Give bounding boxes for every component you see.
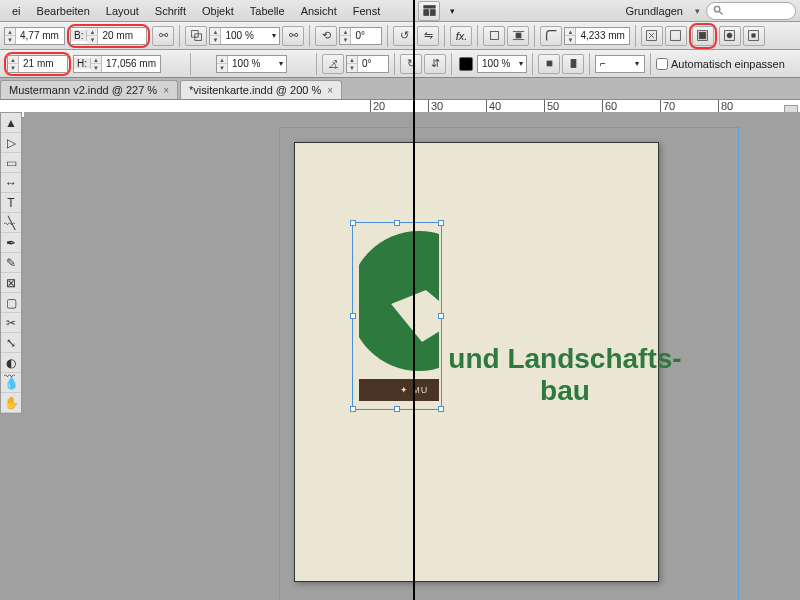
control-bar-row2: ▲▼21 mm H:▲▼17,056 mm ▲▼100 %▾ ⦨ ▲▼0° ↻ …: [0, 50, 800, 78]
fit-content-button[interactable]: [641, 26, 663, 46]
svg-line-4: [719, 11, 722, 14]
svg-point-16: [727, 33, 732, 38]
menu-table[interactable]: Tabelle: [242, 5, 293, 17]
svg-rect-19: [547, 61, 552, 66]
document-tabs: Mustermann v2.indd @ 227 %× *visitenkart…: [0, 78, 800, 100]
view-mode-button[interactable]: [418, 1, 440, 21]
direct-selection-tool[interactable]: ▷: [1, 133, 21, 153]
svg-rect-14: [700, 32, 707, 39]
fill-swatch[interactable]: [459, 57, 473, 71]
corner-icon: [540, 26, 562, 46]
pencil-tool[interactable]: ✎: [1, 253, 21, 273]
wrap-none-button[interactable]: [483, 26, 505, 46]
rotate-icon: ⟲: [315, 26, 337, 46]
rectangle-tool[interactable]: ▢: [1, 293, 21, 313]
fill-frame-prop-button[interactable]: [692, 26, 714, 46]
corner-radius-field[interactable]: ▲▼4,233 mm: [564, 27, 629, 45]
search-input[interactable]: [706, 2, 796, 20]
center-content-button[interactable]: [743, 26, 765, 46]
svg-rect-18: [752, 34, 755, 37]
search-icon: [713, 5, 724, 16]
gap-tool[interactable]: ↔: [1, 173, 21, 193]
control-bar-row1: ▲▼4,77 mm B:▲▼20 mm ⚯ ▲▼100 %▾ ⚯ ⟲ ▲▼0° …: [0, 22, 800, 50]
constrain-scale-icon[interactable]: ⚯: [282, 26, 304, 46]
constrain-wh-icon[interactable]: ⚯: [152, 26, 174, 46]
scissors-tool[interactable]: ✂: [1, 313, 21, 333]
scale-x-field[interactable]: ▲▼100 %▾: [209, 27, 280, 45]
scale-icon: [185, 26, 207, 46]
tab-mustermann[interactable]: Mustermann v2.indd @ 227 %×: [0, 80, 178, 99]
svg-rect-7: [490, 31, 498, 39]
effects-button[interactable]: fx.: [450, 26, 472, 46]
document-canvas[interactable]: ✦ MU und Landschafts-bau: [24, 112, 800, 600]
svg-rect-8: [516, 33, 521, 38]
selection-frame[interactable]: [352, 222, 442, 410]
corner-style-dropdown[interactable]: ⌐▾: [595, 55, 645, 73]
close-icon[interactable]: ×: [327, 85, 333, 96]
autofit-checkbox[interactable]: Automatisch einpassen: [656, 58, 785, 70]
split-divider: [413, 0, 415, 600]
page-tool[interactable]: ▭: [1, 153, 21, 173]
svg-rect-12: [671, 31, 681, 41]
workspace-dropdown[interactable]: Grundlagen: [612, 5, 707, 17]
menu-type[interactable]: Schrift: [147, 5, 194, 17]
menu-layout[interactable]: Layout: [98, 5, 147, 17]
wrap-jump-button[interactable]: [538, 54, 560, 74]
type-tool[interactable]: T: [1, 193, 21, 213]
menu-file[interactable]: ei: [4, 5, 29, 17]
flip-v-button[interactable]: ⇵: [424, 54, 446, 74]
svg-rect-1: [424, 10, 429, 16]
page: ✦ MU und Landschafts-bau: [294, 142, 659, 582]
selection-tool[interactable]: ▲: [1, 113, 21, 133]
annotation-mark: 〰: [4, 370, 15, 382]
svg-rect-20: [571, 59, 576, 67]
rotate-field[interactable]: ▲▼0°: [339, 27, 382, 45]
rotate-cw-button[interactable]: ↻: [400, 54, 422, 74]
annotation-mark: 〰: [4, 218, 15, 230]
free-transform-tool[interactable]: ⤡: [1, 333, 21, 353]
headline-text[interactable]: und Landschafts-bau: [435, 343, 695, 407]
opacity-field[interactable]: 100 %▾: [477, 55, 527, 73]
shear-field[interactable]: ▲▼0°: [346, 55, 389, 73]
menu-view[interactable]: Ansicht: [293, 5, 345, 17]
menu-edit[interactable]: Bearbeiten: [29, 5, 98, 17]
fit-frame-button[interactable]: [665, 26, 687, 46]
tools-panel: ▲ ▷ ▭ ↔ T ╲ ✒ ✎ ⊠ ▢ ✂ ⤡ ◐ 💧 ✋: [0, 112, 22, 414]
width-field[interactable]: B:▲▼20 mm: [70, 27, 147, 45]
y-field[interactable]: ▲▼21 mm: [7, 55, 68, 73]
rectangle-frame-tool[interactable]: ⊠: [1, 273, 21, 293]
svg-rect-0: [424, 6, 435, 8]
wrap-skip-button[interactable]: [562, 54, 584, 74]
menu-object[interactable]: Objekt: [194, 5, 242, 17]
hand-tool[interactable]: ✋: [1, 393, 21, 413]
close-icon[interactable]: ×: [163, 85, 169, 96]
menu-window[interactable]: Fenst: [345, 5, 389, 17]
fit-content-prop-button[interactable]: [719, 26, 741, 46]
pen-tool[interactable]: ✒: [1, 233, 21, 253]
svg-rect-2: [430, 10, 435, 16]
shear-icon: ⦨: [322, 54, 344, 74]
svg-point-3: [714, 6, 720, 12]
flip-h-button[interactable]: ⇋: [417, 26, 439, 46]
scale-y-field[interactable]: ▲▼100 %▾: [216, 55, 287, 73]
menu-bar: ei Bearbeiten Layout Schrift Objekt Tabe…: [0, 0, 800, 22]
height-field[interactable]: H:▲▼17,056 mm: [73, 55, 161, 73]
x-field[interactable]: ▲▼4,77 mm: [4, 27, 65, 45]
tab-visitenkarte[interactable]: *visitenkarte.indd @ 200 %×: [180, 80, 342, 99]
wrap-around-button[interactable]: [507, 26, 529, 46]
